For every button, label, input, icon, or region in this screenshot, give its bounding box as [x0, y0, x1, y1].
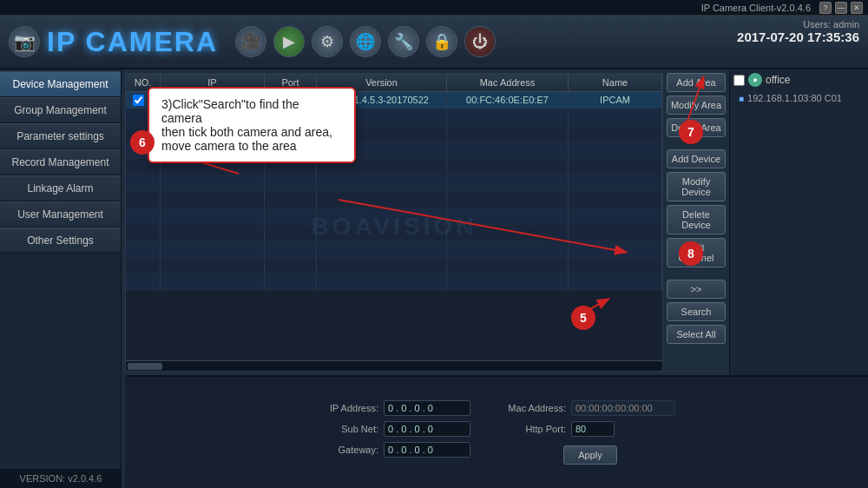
main: Device Management Group Management Param…	[0, 69, 868, 488]
mac-label: Mac Address:	[505, 403, 566, 413]
shield-icon[interactable]: 🔒	[426, 26, 457, 57]
header-icons: 🎥 ▶ ⚙ 🌐 🔧 🔒 ⏻	[235, 26, 496, 57]
sidebar-item-group-management[interactable]: Group Management	[0, 97, 121, 123]
col-mac: Mac Address	[447, 74, 569, 91]
annotation-text: 3)Click"Search"to find the camerathen ti…	[161, 97, 332, 153]
header-right: Users: admin 2017-07-20 17:35:36	[737, 19, 859, 44]
form-group-right: Mac Address: Http Port: Apply	[505, 400, 675, 465]
subnet-label: Sub Net:	[318, 424, 378, 434]
tree-device-icon: ■	[739, 94, 744, 103]
office-label: office	[766, 74, 790, 86]
ip-label: IP Address:	[318, 403, 378, 413]
apply-button[interactable]: Apply	[563, 445, 617, 465]
header: 📷 IP CAMERA 🎥 ▶ ⚙ 🌐 🔧 🔒 ⏻ Users: admin 2…	[0, 16, 868, 69]
step-6-circle: 6	[130, 130, 155, 155]
table-row	[126, 175, 662, 192]
globe-icon[interactable]: 🌐	[350, 26, 381, 57]
form-group-left: IP Address: Sub Net: Gateway:	[318, 400, 470, 458]
table-row	[126, 274, 662, 291]
delete-device-button[interactable]: Delete Device	[667, 205, 726, 234]
http-port-label: Http Port:	[505, 424, 566, 434]
power-icon[interactable]: ⏻	[464, 26, 496, 57]
cell-mac: 00:FC:46:0E:E0:E7	[447, 92, 569, 109]
table-row	[126, 225, 662, 241]
col-name: Name	[569, 74, 662, 91]
search-button[interactable]: Search	[667, 302, 726, 321]
users-label: Users: admin	[737, 19, 859, 30]
sidebar-item-device-management[interactable]: Device Management	[0, 71, 121, 97]
gateway-input[interactable]	[384, 442, 470, 458]
modify-area-button[interactable]: Modify Area	[667, 96, 726, 115]
http-port-input[interactable]	[571, 421, 615, 437]
sidebar-item-user-management[interactable]: User Management	[0, 201, 121, 228]
mac-input	[571, 400, 675, 416]
camera-logo-icon: 📷	[9, 26, 40, 57]
step-8-circle: 8	[679, 241, 703, 266]
settings-icon[interactable]: ⚙	[312, 26, 343, 57]
ip-row: IP Address:	[318, 400, 470, 416]
forward-button[interactable]: >>	[667, 280, 726, 299]
tree-checkbox[interactable]	[733, 75, 745, 86]
tree-device-label: 192.168.1.103:80 C01	[747, 93, 842, 103]
sidebar-item-record-management[interactable]: Record Management	[0, 149, 121, 175]
question-button[interactable]: ?	[819, 2, 832, 14]
buttons-panel: Add Area Modify Area Delete Area Add Dev…	[663, 69, 729, 375]
mac-row: Mac Address:	[505, 400, 675, 416]
http-port-row: Http Port:	[505, 421, 675, 437]
add-area-button[interactable]: Add Area	[667, 73, 726, 92]
titlebar: IP Camera Client-v2.0.4.6 ? — ✕	[0, 0, 868, 16]
right-tree-panel: ● office ■ 192.168.1.103:80 C01	[729, 69, 868, 375]
datetime: 2017-07-20 17:35:36	[737, 30, 859, 44]
select-all-button[interactable]: Select All	[667, 325, 726, 344]
row-checkbox[interactable]	[133, 95, 144, 106]
device-form: IP Address: Sub Net: Gateway: Mac Addres…	[318, 400, 675, 465]
sidebar: Device Management Group Management Param…	[0, 69, 122, 488]
table-row	[126, 258, 662, 274]
gear-icon[interactable]: 🔧	[388, 26, 419, 57]
close-button[interactable]: ✕	[851, 2, 863, 14]
apply-row: Apply	[505, 442, 675, 465]
app-title: IP Camera Client-v2.0.4.6	[701, 3, 811, 13]
gateway-label: Gateway:	[318, 445, 378, 455]
cell-name: IPCAM	[569, 92, 662, 109]
version-label: VERSION: v2.0.4.6	[0, 469, 122, 488]
table-row	[126, 241, 662, 258]
ip-input[interactable]	[384, 400, 470, 416]
subnet-input[interactable]	[384, 421, 470, 437]
play-icon[interactable]: ▶	[273, 26, 305, 57]
h-scrollbar[interactable]	[126, 360, 662, 371]
tree-header: ● office	[733, 73, 865, 87]
step-7-circle: 7	[679, 120, 703, 144]
subnet-row: Sub Net:	[318, 421, 470, 437]
bottom-panel: IP Address: Sub Net: Gateway: Mac Addres…	[125, 375, 868, 488]
tree-device-item[interactable]: ■ 192.168.1.103:80 C01	[733, 90, 865, 106]
gateway-row: Gateway:	[318, 442, 470, 458]
sidebar-item-linkage-alarm[interactable]: Linkage Alarm	[0, 175, 121, 201]
table-row	[126, 208, 662, 225]
step-5-circle: 5	[571, 306, 595, 330]
annotation-bubble: 3)Click"Search"to find the camerathen ti…	[148, 87, 356, 163]
modify-device-button[interactable]: Modify Device	[667, 172, 726, 201]
minimize-button[interactable]: —	[835, 2, 847, 14]
camera-icon[interactable]: 🎥	[235, 26, 266, 57]
sidebar-item-other-settings[interactable]: Other Settings	[0, 228, 121, 254]
table-row	[126, 192, 662, 208]
sidebar-item-parameter-settings[interactable]: Parameter settings	[0, 123, 121, 149]
add-device-button[interactable]: Add Device	[667, 149, 726, 168]
logo: IP CAMERA	[47, 26, 218, 58]
scrollbar-thumb[interactable]	[128, 363, 162, 370]
office-icon: ●	[748, 73, 762, 87]
